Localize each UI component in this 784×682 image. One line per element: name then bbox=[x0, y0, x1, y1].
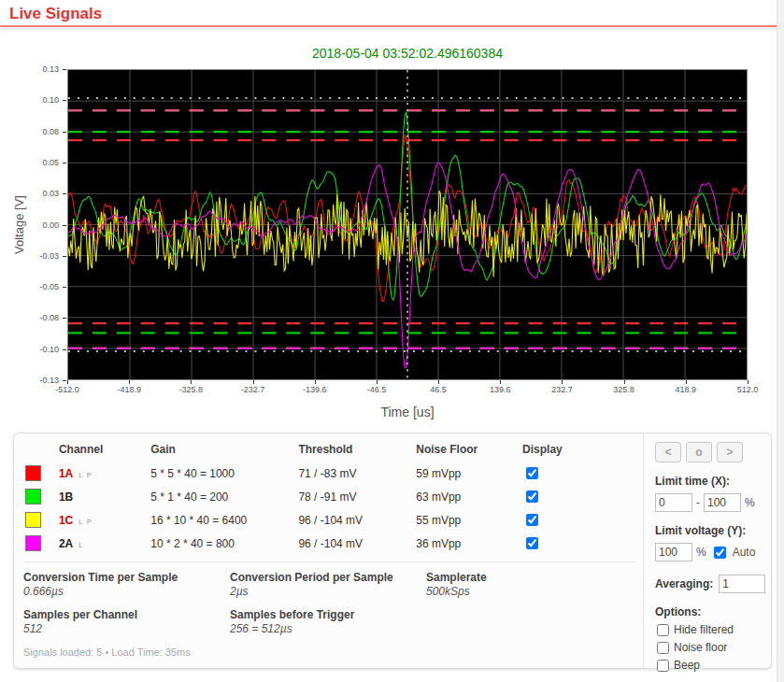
display-checkbox[interactable] bbox=[526, 490, 538, 503]
channel-name: 2A bbox=[59, 537, 73, 550]
channel-color-swatch bbox=[25, 512, 41, 528]
threshold-value: 96 / -104 mV bbox=[296, 508, 414, 532]
x-tick-label: 232.7 bbox=[541, 385, 582, 394]
beep-checkbox[interactable] bbox=[657, 660, 669, 672]
hide-filtered-checkbox[interactable] bbox=[657, 624, 669, 636]
y-tick-label: -0.05 bbox=[23, 282, 59, 291]
table-row: 1B 5 * 1 * 40 = 200 78 / -91 mV 63 mVpp bbox=[23, 485, 588, 508]
gain-value: 5 * 5 * 40 = 1000 bbox=[149, 462, 296, 485]
channel-color-swatch bbox=[25, 465, 41, 481]
channel-flags: L P bbox=[78, 518, 93, 526]
display-checkbox[interactable] bbox=[526, 467, 538, 479]
range-separator: - bbox=[696, 496, 700, 509]
title-divider bbox=[0, 25, 784, 27]
limit-time-from-input[interactable] bbox=[655, 493, 692, 512]
y-tick-label: 0.03 bbox=[23, 189, 59, 198]
threshold-value: 96 / -104 mV bbox=[296, 532, 414, 555]
info-item: Conversion Time per Sample 0.666µs bbox=[23, 571, 230, 598]
noise-floor-value: 59 mVpp bbox=[414, 462, 520, 485]
channel-color-swatch bbox=[25, 489, 41, 504]
threshold-value: 71 / -83 mV bbox=[296, 462, 414, 485]
pan-right-button[interactable]: > bbox=[717, 442, 743, 462]
reset-view-button[interactable]: o bbox=[686, 442, 712, 462]
option-noise-floor[interactable]: Noise floor bbox=[657, 641, 762, 654]
x-tick-label: -46.5 bbox=[356, 385, 397, 394]
y-tick-label: -0.10 bbox=[23, 345, 59, 354]
noise-floor-value: 55 mVpp bbox=[414, 508, 520, 532]
channel-flags: L bbox=[78, 541, 83, 549]
info-item: Conversion Period per Sample 2µs bbox=[230, 571, 426, 598]
table-header-row: Channel Gain Threshold Noise Floor Displ… bbox=[23, 441, 588, 462]
y-tick-label: -0.08 bbox=[23, 313, 59, 322]
threshold-value: 78 / -91 mV bbox=[296, 485, 414, 508]
gain-value: 5 * 1 * 40 = 200 bbox=[149, 485, 296, 508]
channel-color-swatch bbox=[25, 535, 41, 551]
pan-left-button[interactable]: < bbox=[655, 442, 681, 462]
channel-flags: L P bbox=[78, 471, 93, 479]
display-checkbox[interactable] bbox=[526, 514, 538, 526]
y-tick-label: 0.00 bbox=[23, 220, 59, 230]
x-tick-label: 46.5 bbox=[418, 385, 459, 394]
limit-time-label: Limit time (X): bbox=[655, 475, 762, 488]
info-item: Samples per Channel 512 bbox=[23, 608, 230, 635]
y-tick-label: -0.13 bbox=[23, 376, 59, 385]
x-tick-label: -325.8 bbox=[170, 385, 211, 394]
channel-table: Channel Gain Threshold Noise Floor Displ… bbox=[23, 441, 588, 555]
controls-card: Channel Gain Threshold Noise Floor Displ… bbox=[13, 433, 772, 669]
option-beep[interactable]: Beep bbox=[657, 659, 762, 672]
vertical-scrollbar[interactable] bbox=[777, 0, 784, 682]
table-row: 1AL P 5 * 5 * 40 = 1000 71 / -83 mV 59 m… bbox=[23, 462, 588, 485]
acquisition-info: Conversion Time per Sample 0.666µs Conve… bbox=[23, 571, 626, 635]
waveform-canvas bbox=[68, 70, 747, 379]
x-tick-label: -418.9 bbox=[108, 385, 150, 394]
percent-sign: % bbox=[696, 546, 706, 559]
y-tick-label: 0.10 bbox=[23, 95, 59, 105]
limit-voltage-input[interactable] bbox=[655, 543, 692, 561]
options-label: Options: bbox=[655, 605, 762, 618]
limit-voltage-label: Limit voltage (Y): bbox=[655, 524, 762, 537]
percent-sign: % bbox=[745, 496, 755, 509]
col-header-threshold: Threshold bbox=[296, 441, 414, 462]
x-axis-label: Time [us] bbox=[67, 405, 748, 419]
chart-timestamp-title: 2018-05-04 03:52:02.496160384 bbox=[67, 46, 748, 61]
x-tick-label: 325.8 bbox=[604, 385, 645, 394]
channel-name: 1B bbox=[59, 490, 73, 504]
y-tick-label: 0.08 bbox=[23, 127, 59, 136]
gain-value: 16 * 10 * 40 = 6400 bbox=[149, 508, 296, 532]
noise-floor-value: 36 mVpp bbox=[414, 532, 520, 555]
x-tick-label: -139.6 bbox=[294, 385, 335, 394]
x-tick-label: 512.0 bbox=[727, 385, 768, 394]
col-header-noise-floor: Noise Floor bbox=[414, 441, 520, 462]
auto-label: Auto bbox=[733, 546, 756, 559]
display-checkbox[interactable] bbox=[526, 537, 538, 549]
col-header-channel: Channel bbox=[57, 441, 149, 462]
time-nav-buttons: < o > bbox=[655, 442, 762, 462]
col-header-display: Display bbox=[520, 441, 588, 462]
y-tick-label: 0.13 bbox=[23, 64, 59, 74]
x-tick-label: -232.7 bbox=[233, 385, 274, 394]
y-tick-label: 0.05 bbox=[23, 158, 59, 167]
x-tick-label: 418.9 bbox=[665, 385, 706, 394]
gain-value: 10 * 2 * 40 = 800 bbox=[149, 532, 296, 555]
y-tick-label: -0.03 bbox=[23, 251, 59, 261]
chart-controls-sidebar: < o > Limit time (X): - % Limit voltage … bbox=[643, 433, 771, 668]
load-status-text: Signals loaded: 5 • Load Time: 35ms bbox=[23, 646, 643, 658]
averaging-label: Averaging: bbox=[655, 577, 713, 590]
page-title: Live Signals bbox=[9, 5, 102, 23]
auto-voltage-checkbox[interactable] bbox=[714, 547, 726, 559]
info-item: Samplerate 500kSps bbox=[426, 571, 626, 598]
noise-floor-checkbox[interactable] bbox=[657, 642, 669, 654]
col-header-gain: Gain bbox=[149, 441, 296, 462]
channel-name: 1A bbox=[59, 467, 73, 480]
limit-time-to-input[interactable] bbox=[704, 493, 741, 512]
table-info-divider bbox=[23, 561, 635, 562]
averaging-input[interactable] bbox=[719, 575, 765, 593]
channel-name: 1C bbox=[59, 514, 73, 527]
x-tick-label: -512.0 bbox=[47, 385, 88, 394]
x-tick-label: 139.6 bbox=[479, 385, 520, 394]
chart-plot-area[interactable] bbox=[67, 69, 748, 380]
option-hide-filtered[interactable]: Hide filtered bbox=[657, 623, 762, 636]
noise-floor-value: 63 mVpp bbox=[414, 485, 520, 508]
table-row: 1CL P 16 * 10 * 40 = 6400 96 / -104 mV 5… bbox=[23, 508, 588, 532]
table-row: 2AL 10 * 2 * 40 = 800 96 / -104 mV 36 mV… bbox=[23, 532, 588, 555]
